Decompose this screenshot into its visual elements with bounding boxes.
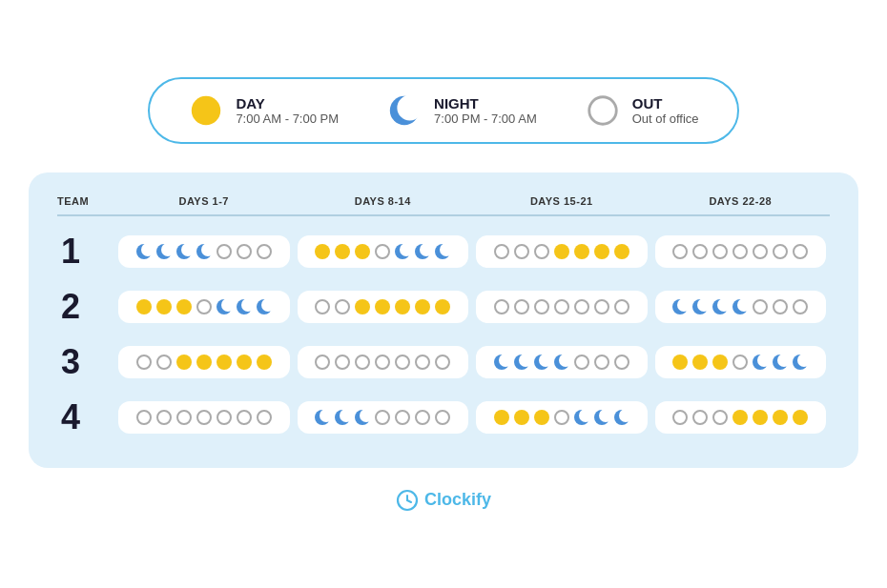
svg-point-127 [514,410,529,425]
svg-point-14 [258,245,271,258]
day-cell-row2-d1521 [476,291,648,323]
team-number: 4 [57,390,114,445]
svg-point-18 [376,245,389,258]
svg-point-53 [395,299,410,314]
cell-row2-d814 [294,279,473,335]
out-icon [585,92,621,129]
svg-point-139 [732,410,748,425]
svg-point-31 [614,244,629,259]
day-cell-row4-d2228 [655,401,827,434]
svg-point-86 [416,355,429,369]
svg-point-54 [415,299,430,314]
svg-point-59 [555,300,568,314]
svg-point-98 [615,355,629,369]
svg-point-35 [733,245,747,258]
svg-point-42 [197,300,211,314]
clockify-icon [396,489,419,512]
svg-point-49 [316,300,329,314]
svg-point-109 [137,411,151,424]
svg-point-142 [793,410,808,425]
svg-point-32 [673,245,687,258]
team-number: 1 [57,224,114,279]
day-cell-row3-d2228 [655,346,827,378]
svg-point-52 [375,299,390,314]
night-label: NIGHT [434,95,537,112]
cell-row1-d17 [114,224,294,279]
svg-point-73 [794,300,807,314]
svg-point-75 [157,355,171,369]
cell-row3-d2228 [651,335,831,390]
svg-point-80 [257,355,272,370]
svg-point-41 [176,299,192,314]
cell-row2-d2228 [651,279,831,335]
col-days1521: DAYS 15-21 [472,195,651,214]
team-number: 2 [57,279,114,335]
legend-night: NIGHT 7:00 PM - 7:00 AM [386,92,537,129]
svg-point-115 [258,411,271,424]
day-label: DAY [236,95,339,112]
svg-point-62 [615,300,629,314]
svg-point-12 [217,245,231,258]
svg-point-2 [397,94,423,120]
svg-point-83 [356,355,369,369]
clockify-logo: Clockify [396,489,491,512]
svg-point-40 [156,299,172,314]
table-row: 3 [57,335,830,390]
cell-row4-d814 [294,390,473,445]
legend: DAY 7:00 AM - 7:00 PM NIGHT 7:00 PM - 7:… [148,77,738,144]
svg-point-140 [753,410,768,425]
svg-point-110 [157,411,171,424]
svg-point-74 [137,355,151,369]
svg-point-17 [355,244,370,259]
svg-point-36 [753,245,767,258]
svg-point-60 [575,300,588,314]
svg-point-78 [217,355,232,370]
svg-line-145 [407,500,411,502]
svg-point-26 [515,245,528,258]
day-cell-row1-d2228 [655,235,827,268]
svg-point-71 [753,300,767,314]
svg-point-112 [197,411,211,424]
night-hours: 7:00 PM - 7:00 AM [434,112,537,126]
svg-point-76 [176,355,192,370]
svg-point-25 [495,245,508,258]
day-cell-row3-d17 [118,346,290,378]
svg-point-57 [515,300,528,314]
cell-row3-d814 [294,335,473,390]
svg-point-84 [376,355,389,369]
svg-point-39 [136,299,152,314]
col-days17: DAYS 1-7 [114,195,294,214]
svg-point-77 [196,355,212,370]
day-cell-row1-d814 [298,235,469,268]
svg-point-100 [692,355,708,370]
footer: Clockify [396,489,491,512]
cell-row1-d2228 [651,224,831,279]
cell-row3-d17 [114,335,294,390]
svg-point-129 [555,411,568,424]
cell-row4-d1521 [472,390,651,445]
svg-point-33 [693,245,707,258]
svg-point-61 [595,300,609,314]
svg-point-125 [436,411,449,424]
svg-point-111 [177,411,191,424]
svg-point-55 [435,299,450,314]
col-days2228: DAYS 22-28 [651,195,831,214]
day-cell-row2-d814 [298,291,469,323]
svg-point-99 [672,355,688,370]
table-row: 1 [57,224,830,279]
svg-point-79 [237,355,252,370]
svg-point-114 [237,411,251,424]
svg-point-113 [217,411,231,424]
cell-row1-d814 [294,224,473,279]
svg-point-136 [673,411,687,424]
svg-point-138 [713,411,727,424]
svg-point-137 [693,411,707,424]
out-label: OUT [632,95,699,112]
svg-point-85 [396,355,409,369]
col-team: TEAM [57,195,114,214]
table-row: 4 [57,390,830,445]
day-cell-row3-d1521 [476,346,648,378]
svg-point-30 [594,244,609,259]
day-cell-row3-d814 [298,346,469,378]
svg-point-96 [575,355,588,369]
